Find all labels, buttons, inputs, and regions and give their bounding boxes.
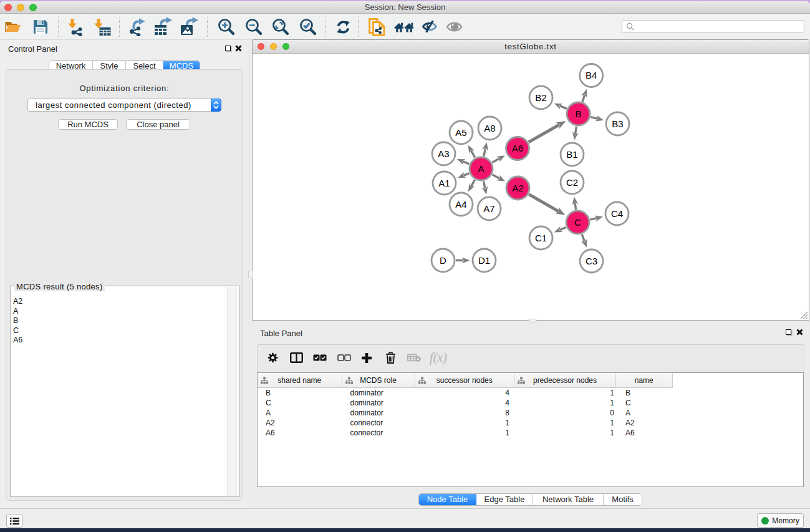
table-float-panel-icon[interactable]	[786, 329, 791, 335]
export-image-button[interactable]	[179, 14, 200, 40]
node-label-A5: A5	[455, 127, 466, 137]
export-network-button[interactable]	[127, 14, 147, 40]
function-builder-button[interactable]: f(x)	[427, 345, 450, 370]
import-network-button[interactable]	[66, 14, 85, 40]
hide-selected-button[interactable]	[422, 14, 439, 40]
criterion-dropdown-value: largest connected component (directed)	[36, 100, 191, 110]
table-row[interactable]: Bdominator41B	[258, 388, 803, 398]
control-panel-header: Control Panel	[0, 40, 248, 59]
export-image-icon	[180, 17, 200, 36]
deselect-all-button[interactable]	[337, 345, 352, 370]
window-left-handle[interactable]	[248, 271, 253, 278]
table-split-view-button[interactable]	[289, 345, 304, 370]
table-close-panel-icon[interactable]	[796, 329, 803, 336]
status-bar: Memory	[0, 508, 810, 528]
optimization-criterion-label: Optimization criterion:	[6, 84, 243, 93]
close-panel-button[interactable]: Close panel	[126, 119, 190, 130]
edge-B-B3[interactable]	[591, 117, 597, 118]
network-canvas[interactable]: AA1A3A4A5A7A8A6A2BB1B2B3B4CC1C2C3C4DD1	[253, 54, 808, 320]
node-label-A4: A4	[455, 198, 466, 209]
delete-column-button[interactable]	[383, 345, 397, 370]
clone-network-button[interactable]	[368, 14, 385, 40]
edge-C-C3[interactable]	[582, 234, 584, 241]
column-header-shared-name[interactable]: shared name	[258, 373, 342, 387]
mcds-result-item[interactable]: A	[13, 307, 22, 317]
network-window-titlebar[interactable]: testGlobe.txt	[253, 40, 809, 54]
cell-MCDS-role: connector	[342, 418, 415, 428]
resize-grip-icon[interactable]	[800, 311, 808, 319]
edge-C-C1[interactable]	[560, 227, 566, 230]
network-graph[interactable]: AA1A3A4A5A7A8A6A2BB1B2B3B4CC1C2C3C4DD1	[253, 54, 808, 320]
open-session-button[interactable]	[4, 14, 22, 40]
memory-button[interactable]: Memory	[757, 513, 804, 528]
edge-B-B4[interactable]	[582, 95, 585, 102]
float-panel-icon[interactable]	[225, 46, 231, 51]
node-label-C: C	[574, 216, 581, 227]
table-settings-button[interactable]	[266, 345, 279, 370]
edge-A6-B[interactable]	[529, 125, 559, 142]
window-bottom-handle[interactable]	[529, 319, 536, 322]
eye-slash-icon	[422, 21, 439, 33]
tab-edge-table[interactable]: Edge Table	[476, 494, 533, 505]
edge-A-A1[interactable]	[463, 173, 469, 175]
refresh-button[interactable]	[335, 14, 350, 40]
criterion-dropdown[interactable]: largest connected component (directed)	[27, 99, 221, 112]
node-table-header: shared nameMCDS rolesuccessor nodesprede…	[258, 373, 673, 388]
edge-C-C2[interactable]	[575, 203, 576, 210]
zoom-in-button[interactable]	[216, 14, 235, 40]
edge-A-A2[interactable]	[493, 175, 500, 178]
edge-A-A3[interactable]	[463, 161, 469, 163]
edge-A-A7[interactable]	[484, 181, 485, 188]
cell-successor-nodes: 4	[415, 398, 515, 408]
first-neighbors-button[interactable]	[394, 14, 414, 40]
delete-table-button[interactable]	[407, 345, 422, 370]
table-panel-tabs: Node TableEdge TableNetwork TableMotifs	[418, 493, 642, 506]
tab-network-table[interactable]: Network Table	[533, 494, 604, 505]
table-row[interactable]: Cdominator41C	[258, 398, 803, 408]
edge-A-A6[interactable]	[492, 158, 499, 163]
table-row[interactable]: Adominator80A	[258, 408, 803, 418]
close-panel-icon[interactable]	[235, 45, 242, 52]
search-field[interactable]	[622, 20, 804, 33]
edge-A-A5[interactable]	[471, 150, 475, 157]
show-all-button[interactable]	[445, 14, 463, 40]
import-table-button[interactable]	[93, 14, 112, 40]
edge-A-A8[interactable]	[484, 148, 486, 156]
select-all-button[interactable]	[312, 345, 327, 370]
mcds-result-list[interactable]: A2ABCA6	[13, 297, 22, 346]
edge-A2-C[interactable]	[529, 194, 558, 211]
edge-B-B1[interactable]	[576, 126, 577, 133]
zoom-out-button[interactable]	[244, 14, 263, 40]
edge-B-B2[interactable]	[560, 105, 567, 109]
export-table-button[interactable]	[153, 14, 173, 40]
memory-label: Memory	[772, 516, 799, 525]
mcds-result-item[interactable]: A6	[13, 336, 22, 346]
main-toolbar	[0, 14, 810, 40]
task-history-button[interactable]	[6, 514, 22, 528]
zoom-selected-button[interactable]	[298, 14, 317, 40]
open-folder-icon	[4, 19, 22, 35]
table-row[interactable]: A2connector11A2	[258, 418, 803, 428]
cell-predecessor-nodes: 1	[514, 428, 616, 438]
tab-node-table[interactable]: Node Table	[419, 494, 476, 505]
mcds-result-item[interactable]: C	[13, 326, 22, 336]
node-label-A: A	[478, 163, 484, 173]
save-session-button[interactable]	[31, 14, 50, 40]
tab-motifs[interactable]: Motifs	[604, 494, 642, 505]
mcds-result-item[interactable]: A2	[13, 297, 22, 307]
edge-A-A4[interactable]	[471, 180, 475, 186]
add-column-button[interactable]	[360, 345, 374, 370]
table-row[interactable]: A6connector11A6	[258, 428, 803, 438]
column-header-MCDS-role[interactable]: MCDS role	[342, 373, 415, 387]
node-label-A8: A8	[484, 122, 495, 133]
column-header-successor-nodes[interactable]: successor nodes	[415, 373, 515, 387]
edge-C-C4[interactable]	[591, 218, 597, 219]
mcds-result-scrollbar[interactable]	[227, 287, 237, 496]
column-header-name[interactable]: name	[616, 373, 673, 387]
column-header-predecessor-nodes[interactable]: predecessor nodes	[514, 373, 616, 387]
mcds-result-title: MCDS result (5 nodes)	[14, 282, 105, 291]
run-mcds-button[interactable]: Run MCDS	[58, 119, 118, 130]
zoom-fit-button[interactable]	[271, 14, 289, 40]
mcds-result-item[interactable]: B	[13, 316, 22, 326]
search-input[interactable]	[637, 22, 804, 31]
